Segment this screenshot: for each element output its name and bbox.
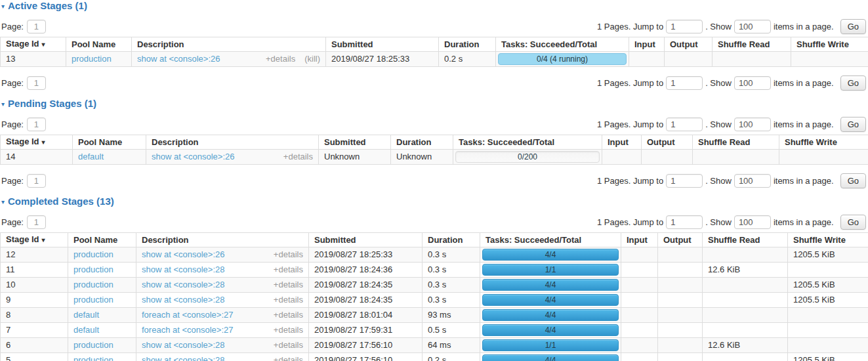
go-button[interactable]: Go — [840, 75, 866, 91]
page-input[interactable] — [27, 117, 46, 131]
go-button[interactable]: Go — [840, 19, 866, 34]
stage-row: 11productionshow at <console>:28+details… — [1, 263, 868, 278]
shuffle-read-cell — [693, 150, 779, 165]
output-cell — [658, 323, 703, 338]
column-header-input: Input — [602, 135, 642, 150]
jump-to-input[interactable] — [666, 76, 703, 90]
pagination-bar: Page: 1 Pages. Jump to . Show items in a… — [1, 75, 866, 90]
pool-name-link[interactable]: production — [73, 249, 114, 259]
details-toggle[interactable]: +details — [274, 325, 303, 335]
description-link[interactable]: foreach at <console>:27 — [142, 310, 234, 320]
kill-link[interactable]: (kill) — [304, 54, 320, 64]
page-input[interactable] — [27, 20, 46, 33]
description-link[interactable]: show at <console>:28 — [142, 280, 224, 290]
stage-id-cell: 6 — [1, 338, 68, 353]
pool-name-link[interactable]: default — [78, 152, 104, 161]
submitted-cell: Unknown — [319, 150, 391, 165]
details-toggle[interactable]: +details — [274, 340, 303, 350]
details-toggle[interactable]: +details — [274, 280, 303, 290]
shuffle-write-cell — [788, 263, 868, 278]
pagination-bar: Page: 1 Pages. Jump to . Show items in a… — [1, 117, 866, 131]
description-cell: show at <console>:28+details — [136, 338, 309, 353]
section-header-completed-stages[interactable]: ▾ Completed Stages (13) — [1, 196, 868, 207]
description-link[interactable]: show at <console>:26 — [152, 152, 234, 162]
stage-row: 12productionshow at <console>:26+details… — [1, 247, 868, 263]
submitted-cell: 2019/08/27 18:24:35 — [309, 278, 423, 293]
details-toggle[interactable]: +details — [274, 265, 303, 275]
details-toggle[interactable]: +details — [283, 152, 313, 162]
show-count-input[interactable] — [734, 117, 771, 131]
go-button[interactable]: Go — [840, 117, 866, 132]
tasks-progress-bar: 1/1 — [482, 264, 619, 276]
show-count-input[interactable] — [734, 174, 771, 188]
details-toggle[interactable]: +details — [274, 355, 303, 361]
pool-name-link[interactable]: production — [72, 54, 112, 64]
jump-to-input[interactable] — [666, 20, 703, 33]
show-count-input[interactable] — [734, 215, 771, 229]
column-header-description: Description — [146, 135, 319, 150]
pool-name-cell: default — [68, 308, 136, 323]
page-input[interactable] — [27, 76, 46, 90]
tasks-progress-label: 4/4 — [545, 355, 556, 361]
tasks-progress-label: 4/4 — [545, 295, 556, 305]
description-link[interactable]: show at <console>:28 — [142, 340, 224, 350]
details-toggle[interactable]: +details — [274, 249, 303, 260]
pending-stages-table: Stage Id▾Pool NameDescriptionSubmittedDu… — [0, 135, 868, 165]
pool-name-link[interactable]: production — [73, 355, 114, 361]
tasks-progress-bar: 0/200 — [455, 151, 600, 163]
duration-cell: 0.5 s — [423, 323, 480, 338]
pool-name-link[interactable]: production — [73, 280, 114, 289]
show-count-input[interactable] — [734, 20, 771, 33]
description-link[interactable]: show at <console>:26 — [142, 249, 224, 260]
description-link[interactable]: show at <console>:28 — [142, 355, 224, 361]
description-link[interactable]: show at <console>:26 — [137, 54, 220, 64]
column-header-stage-id[interactable]: Stage Id▾ — [1, 135, 73, 150]
page-input[interactable] — [27, 174, 46, 188]
items-per-page-text: items in a page. — [774, 78, 834, 88]
stage-row: 14defaultshow at <console>:26+detailsUnk… — [1, 150, 868, 165]
duration-cell: 0.3 s — [423, 247, 480, 263]
pool-name-link[interactable]: default — [73, 310, 99, 320]
pool-name-link[interactable]: production — [73, 340, 114, 350]
stage-row: 10productionshow at <console>:28+details… — [1, 278, 868, 293]
column-header-stage-id[interactable]: Stage Id▾ — [1, 37, 66, 52]
description-cell: foreach at <console>:27+details — [136, 308, 309, 323]
go-button[interactable]: Go — [840, 173, 866, 188]
section-header-active-stages[interactable]: ▾ Active Stages (1) — [1, 1, 868, 11]
submitted-cell: 2019/08/27 17:59:31 — [309, 323, 423, 338]
show-count-input[interactable] — [734, 76, 771, 90]
show-text: . Show — [705, 217, 732, 227]
shuffle-write-cell: 1205.5 KiB — [788, 247, 868, 263]
section-header-pending-stages[interactable]: ▾ Pending Stages (1) — [1, 98, 868, 109]
jump-to-input[interactable] — [666, 174, 703, 188]
pages-count-text: 1 Pages. Jump to — [597, 119, 663, 129]
tasks-progress-bar: 4/4 — [482, 354, 619, 361]
column-header-stage-id[interactable]: Stage Id▾ — [1, 233, 68, 247]
pagination-bar: Page: 1 Pages. Jump to . Show items in a… — [1, 19, 866, 33]
items-per-page-text: items in a page. — [774, 119, 834, 129]
section-active-stages: ▾ Active Stages (1) Page: 1 Pages. Jump … — [0, 1, 868, 90]
description-link[interactable]: show at <console>:28 — [142, 265, 224, 275]
pool-name-link[interactable]: production — [73, 295, 114, 305]
details-toggle[interactable]: +details — [266, 54, 295, 64]
shuffle-write-cell: 1205.5 KiB — [788, 353, 868, 361]
column-header-duration: Duration — [439, 37, 496, 52]
details-toggle[interactable]: +details — [274, 310, 303, 320]
stage-id-cell: 13 — [1, 52, 66, 67]
go-button[interactable]: Go — [840, 215, 866, 230]
page-input[interactable] — [27, 215, 46, 229]
column-header-shuffle-write: Shuffle Write — [788, 233, 868, 247]
jump-to-input[interactable] — [666, 215, 703, 229]
tasks-progress-label: 1/1 — [545, 265, 556, 275]
column-header-output: Output — [658, 233, 703, 247]
tasks-progress-label: 1/1 — [545, 340, 556, 350]
submitted-cell: 2019/08/27 18:25:33 — [326, 52, 439, 67]
column-header-duration: Duration — [423, 233, 480, 247]
page-label: Page: — [1, 78, 24, 88]
jump-to-input[interactable] — [666, 117, 703, 131]
pool-name-link[interactable]: production — [73, 265, 114, 274]
pool-name-link[interactable]: default — [73, 325, 99, 335]
description-link[interactable]: show at <console>:28 — [142, 295, 224, 305]
details-toggle[interactable]: +details — [274, 295, 303, 305]
description-link[interactable]: foreach at <console>:27 — [142, 325, 234, 335]
